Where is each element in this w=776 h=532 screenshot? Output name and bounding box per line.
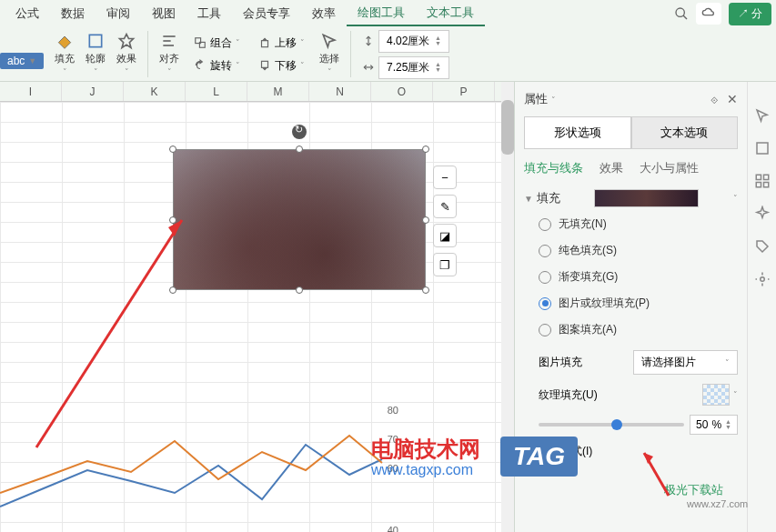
- grid-icon[interactable]: [754, 173, 771, 189]
- align-icon: [160, 32, 178, 50]
- pin-icon[interactable]: ⟐: [710, 92, 718, 106]
- svg-marker-3: [120, 35, 134, 48]
- svg-rect-10: [262, 61, 268, 67]
- resize-handle[interactable]: [422, 216, 429, 224]
- svg-rect-9: [262, 41, 268, 47]
- svg-line-1: [683, 15, 687, 19]
- share-button[interactable]: ↗ 分: [729, 3, 771, 25]
- inserted-image[interactable]: [173, 149, 426, 290]
- effect-button[interactable]: 效果 ˅: [116, 32, 136, 76]
- up-icon: [258, 36, 271, 49]
- col-header[interactable]: K: [124, 82, 186, 101]
- side-rail: [747, 82, 776, 532]
- tag-icon[interactable]: [754, 238, 771, 255]
- panel-title: 属性 ˅: [524, 91, 556, 107]
- rotate-handle[interactable]: [292, 125, 307, 139]
- radio-no-fill[interactable]: 无填充(N): [539, 216, 738, 232]
- svg-rect-16: [756, 175, 761, 179]
- y-tick: 80: [388, 405, 398, 416]
- col-header[interactable]: M: [247, 82, 309, 101]
- floating-toolbar: − ✎ ◪ ❐: [433, 166, 457, 276]
- name-box[interactable]: abc▼: [0, 53, 44, 69]
- resize-handle[interactable]: [169, 146, 176, 153]
- svg-point-20: [760, 277, 764, 282]
- menu-text-tools[interactable]: 文本工具: [416, 1, 485, 26]
- subtab-size-prop[interactable]: 大小与属性: [640, 160, 699, 176]
- fill-preview[interactable]: [594, 189, 699, 207]
- float-copy[interactable]: ❐: [433, 253, 457, 276]
- svg-rect-15: [757, 143, 768, 154]
- menu-vip[interactable]: 会员专享: [232, 2, 301, 25]
- radio-gradient-fill[interactable]: 渐变填充(G): [539, 269, 738, 285]
- fill-button[interactable]: 填充 ˅: [55, 32, 75, 76]
- line-chart: 80 70 60 40: [0, 397, 400, 532]
- radio-pattern-fill[interactable]: 图案填充(A): [539, 322, 738, 337]
- menu-formula[interactable]: 公式: [5, 2, 50, 25]
- height-icon: [362, 35, 375, 47]
- image-content: [174, 150, 425, 289]
- move-down-button[interactable]: 下移 ˅: [255, 56, 308, 75]
- width-input[interactable]: 7.25厘米▲▼: [378, 56, 449, 79]
- resize-handle[interactable]: [296, 286, 303, 294]
- align-button[interactable]: 对齐 ˅: [159, 32, 179, 76]
- group-icon: [194, 36, 207, 49]
- col-header[interactable]: N: [309, 82, 371, 101]
- col-header[interactable]: P: [433, 82, 495, 101]
- resize-handle[interactable]: [422, 286, 429, 294]
- svg-marker-22: [644, 453, 653, 464]
- share-icon: ↗: [738, 7, 749, 20]
- shape-icon[interactable]: [754, 140, 771, 156]
- float-edit[interactable]: ✎: [433, 195, 457, 218]
- resize-handle[interactable]: [422, 146, 429, 153]
- col-header[interactable]: I: [0, 82, 62, 101]
- texture-fill-label: 纹理填充(U): [539, 387, 598, 403]
- height-input[interactable]: 4.02厘米▲▼: [378, 30, 449, 53]
- col-header[interactable]: J: [62, 82, 124, 101]
- sparkle-icon[interactable]: [754, 206, 771, 222]
- picture-fill-select[interactable]: 请选择图片˅: [633, 350, 738, 375]
- texture-preview[interactable]: [702, 384, 730, 406]
- fill-section-header[interactable]: ▼填充 ˅: [524, 189, 738, 207]
- rotate-button[interactable]: 旋转 ˅: [190, 56, 244, 75]
- column-headers: I J K L M N O P: [0, 82, 514, 102]
- group-button[interactable]: 组合 ˅: [190, 34, 244, 53]
- transparency-input[interactable]: 50 % ▲▼: [690, 415, 738, 435]
- watermark-download-url: www.xz7.com: [687, 498, 748, 509]
- menu-data[interactable]: 数据: [50, 2, 96, 25]
- subtab-fill-line[interactable]: 填充与线条: [524, 160, 583, 176]
- toolbar: abc▼ 填充 ˅ 轮廓 ˅ 效果 ˅ 对齐 ˅ 组合 ˅ 旋转 ˅: [0, 27, 776, 82]
- menu-bar: 公式 数据 审阅 视图 工具 会员专享 效率 绘图工具 文本工具 ↗ 分: [0, 0, 776, 27]
- subtab-effect[interactable]: 效果: [600, 160, 623, 176]
- radio-solid-fill[interactable]: 纯色填充(S): [539, 243, 738, 258]
- float-minus[interactable]: −: [433, 166, 457, 189]
- select-button[interactable]: 选择 ˅: [319, 32, 339, 76]
- menu-efficiency[interactable]: 效率: [301, 2, 347, 25]
- scroll-thumb[interactable]: [501, 100, 514, 155]
- resize-handle[interactable]: [296, 146, 303, 153]
- tab-shape-options[interactable]: 形状选项: [524, 116, 631, 149]
- settings-icon[interactable]: [754, 271, 771, 287]
- tab-text-options[interactable]: 文本选项: [631, 116, 739, 149]
- float-fill[interactable]: ◪: [433, 224, 457, 247]
- move-up-button[interactable]: 上移 ˅: [255, 34, 308, 53]
- height-input-row: 4.02厘米▲▼: [362, 30, 449, 53]
- cursor-icon[interactable]: [754, 107, 771, 124]
- close-icon[interactable]: ✕: [727, 92, 738, 106]
- menu-tools[interactable]: 工具: [186, 2, 232, 25]
- search-icon[interactable]: [674, 6, 689, 21]
- transparency-slider[interactable]: [539, 423, 684, 427]
- outline-button[interactable]: 轮廓 ˅: [86, 32, 106, 76]
- outline-icon: [86, 32, 105, 50]
- cloud-button[interactable]: [696, 3, 721, 25]
- menu-review[interactable]: 审阅: [96, 2, 141, 25]
- menu-view[interactable]: 视图: [141, 2, 186, 25]
- radio-picture-fill[interactable]: 图片或纹理填充(P): [539, 296, 738, 311]
- col-header[interactable]: L: [186, 82, 247, 101]
- y-tick: 40: [388, 525, 398, 532]
- menu-draw-tools[interactable]: 绘图工具: [347, 1, 416, 26]
- col-header[interactable]: O: [371, 82, 433, 101]
- svg-rect-2: [89, 35, 101, 46]
- watermark-url: www.tagxp.com: [371, 462, 473, 478]
- svg-rect-18: [756, 183, 761, 187]
- bucket-icon: [55, 32, 74, 50]
